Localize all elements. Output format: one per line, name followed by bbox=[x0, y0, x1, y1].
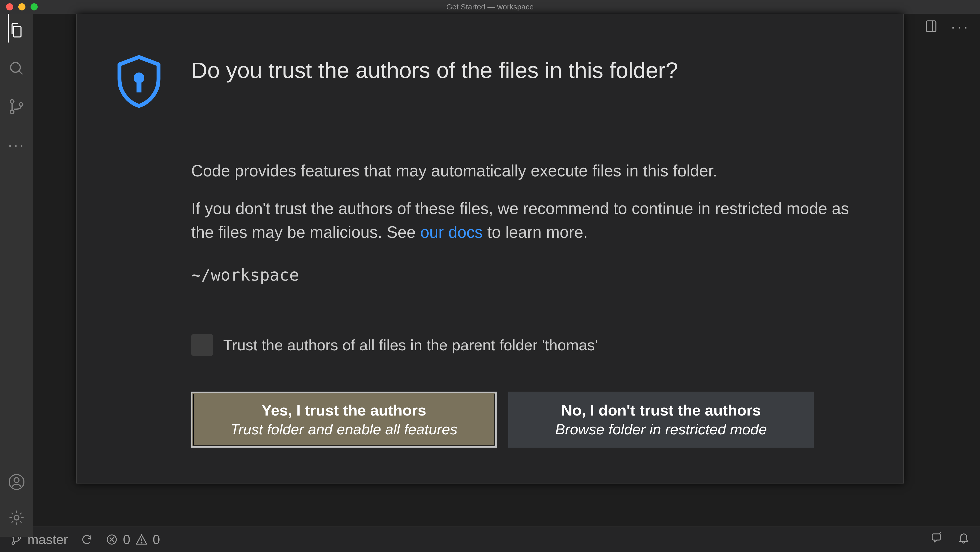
notifications-bell-icon[interactable] bbox=[958, 532, 970, 547]
window-title: Get Started — workspace bbox=[0, 3, 980, 11]
svg-point-14 bbox=[18, 537, 21, 539]
svg-point-19 bbox=[141, 542, 142, 543]
svg-line-1 bbox=[19, 71, 22, 74]
window-controls bbox=[0, 3, 38, 10]
dialog-title: Do you trust the authors of the files in… bbox=[191, 57, 678, 83]
activity-bar: ··· bbox=[0, 14, 33, 537]
trust-yes-button[interactable]: Yes, I trust the authors Trust folder an… bbox=[191, 391, 496, 448]
svg-point-0 bbox=[11, 63, 21, 72]
status-problems[interactable]: 0 0 bbox=[106, 532, 160, 547]
dialog-paragraph-1: Code provides features that may automati… bbox=[191, 159, 853, 183]
settings-gear-icon[interactable] bbox=[8, 509, 25, 527]
window-maximize-button[interactable] bbox=[30, 3, 38, 10]
trust-no-subtitle: Browse folder in restricted mode bbox=[555, 421, 767, 437]
svg-point-2 bbox=[10, 100, 14, 103]
toggle-layout-icon[interactable] bbox=[924, 19, 938, 34]
dialog-paragraph-2: If you don't trust the authors of these … bbox=[191, 197, 853, 244]
svg-point-13 bbox=[12, 542, 14, 544]
workspace-trust-dialog: Do you trust the authors of the files in… bbox=[76, 14, 904, 484]
error-count: 0 bbox=[123, 532, 130, 547]
explorer-icon[interactable] bbox=[8, 21, 25, 39]
status-bar: master 0 0 bbox=[0, 527, 980, 552]
trust-yes-title: Yes, I trust the authors bbox=[262, 401, 426, 419]
search-icon[interactable] bbox=[8, 60, 25, 77]
shield-icon bbox=[110, 52, 168, 111]
warning-count: 0 bbox=[153, 532, 160, 547]
editor-more-icon[interactable]: ··· bbox=[951, 18, 970, 35]
folder-path: ~/workspace bbox=[191, 266, 870, 285]
svg-point-3 bbox=[10, 110, 14, 113]
docs-link[interactable]: our docs bbox=[420, 223, 483, 241]
accounts-icon[interactable] bbox=[8, 473, 25, 491]
svg-rect-8 bbox=[926, 21, 936, 32]
window-minimize-button[interactable] bbox=[18, 3, 25, 10]
svg-rect-11 bbox=[137, 81, 141, 92]
window-close-button[interactable] bbox=[6, 3, 13, 10]
trust-parent-checkbox[interactable] bbox=[191, 334, 213, 356]
trust-parent-label: Trust the authors of all files in the pa… bbox=[223, 336, 598, 354]
trust-parent-row: Trust the authors of all files in the pa… bbox=[191, 334, 870, 356]
svg-point-4 bbox=[19, 103, 23, 106]
trust-no-title: No, I don't trust the authors bbox=[561, 401, 761, 419]
branch-name: master bbox=[27, 532, 68, 547]
svg-point-7 bbox=[14, 515, 19, 520]
status-sync[interactable] bbox=[81, 533, 93, 546]
svg-point-6 bbox=[14, 478, 19, 482]
titlebar: Get Started — workspace bbox=[0, 0, 980, 14]
dialog-paragraph-2b: to learn more. bbox=[483, 223, 588, 241]
activity-overflow-icon[interactable]: ··· bbox=[8, 136, 25, 154]
feedback-icon[interactable] bbox=[930, 532, 942, 547]
trust-yes-subtitle: Trust folder and enable all features bbox=[231, 421, 457, 437]
source-control-icon[interactable] bbox=[8, 98, 25, 116]
editor-actions: ··· bbox=[924, 18, 970, 35]
trust-no-button[interactable]: No, I don't trust the authors Browse fol… bbox=[508, 391, 814, 448]
